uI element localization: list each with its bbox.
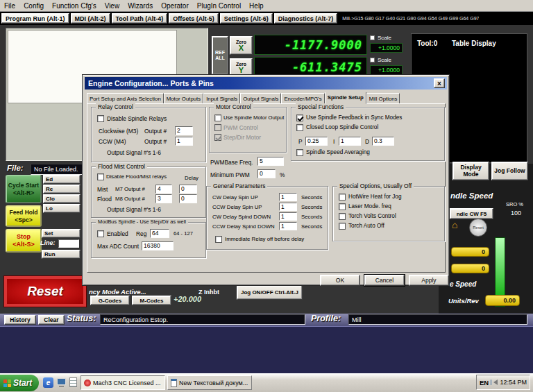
file-label: File:: [7, 164, 24, 172]
dialog-tab-motor-outputs[interactable]: Motor Outputs: [164, 93, 203, 104]
mist-output-field[interactable]: 4: [155, 185, 172, 194]
minimum-pwm-field[interactable]: 0: [257, 169, 276, 178]
tab-mdi[interactable]: MDI (Alt-2): [71, 13, 110, 24]
ref-all-button[interactable]: REF ALL: [212, 36, 228, 75]
dialog-tab-port-setup[interactable]: Port Setup and Axis Selection: [87, 93, 164, 104]
torch-auto-checkbox[interactable]: [339, 223, 346, 230]
tab-diagnostics[interactable]: Diagnostics (Alt-7): [274, 13, 338, 24]
home-icon[interactable]: ⌂: [452, 220, 457, 230]
flood-output-field[interactable]: 3: [155, 194, 172, 203]
close-gcode-button[interactable]: Clo: [43, 194, 81, 203]
zero-x-button[interactable]: Zero X: [230, 36, 253, 55]
cw-delay-down-field[interactable]: 1: [279, 212, 297, 221]
mcodes-button[interactable]: M-Codes: [132, 296, 171, 305]
ccw-delay-down-field[interactable]: 1: [279, 222, 297, 230]
tray-clock[interactable]: 12:54 PM: [500, 379, 527, 386]
cancel-button[interactable]: Cancel: [364, 275, 405, 286]
dialog-close-icon[interactable]: ×: [434, 78, 445, 88]
profile-label: Profile:: [311, 314, 341, 323]
display-mode-button[interactable]: Display Mode: [452, 162, 489, 180]
menu-wizards[interactable]: Wizards: [124, 1, 157, 10]
modbus-enabled-checkbox[interactable]: [97, 230, 104, 237]
edit-gcode-button[interactable]: Ed: [43, 175, 81, 184]
run-from-here-button[interactable]: Run: [42, 250, 81, 259]
menu-config[interactable]: Config: [19, 1, 48, 10]
disable-spindle-relays-checkbox[interactable]: [97, 115, 104, 122]
start-label: Start: [13, 378, 32, 388]
spindle-averaging-checkbox[interactable]: [296, 149, 303, 156]
hotwire-checkbox[interactable]: [339, 194, 346, 201]
use-spindle-motor-output-checkbox[interactable]: [214, 114, 221, 121]
load-gcode-button[interactable]: Lo: [43, 204, 81, 213]
recent-file-button[interactable]: Re: [43, 185, 81, 194]
history-button[interactable]: History: [4, 315, 36, 325]
cycle-start-button[interactable]: Cycle Start <Alt-R>: [6, 175, 42, 203]
step-dir-motor-checkbox[interactable]: [214, 134, 221, 141]
immediate-relay-off-checkbox[interactable]: [215, 236, 222, 243]
jog-onoff-button[interactable]: Jog ON/OFF Ctrl-Alt-J: [237, 285, 303, 300]
dialog-tab-input-signals[interactable]: Input Signals: [203, 93, 240, 104]
profile-field: Mill: [348, 314, 527, 325]
quicklaunch-desktop-icon[interactable]: [56, 377, 67, 388]
menu-function-cfgs[interactable]: Function Cfg's: [48, 1, 101, 10]
dialog-tab-encoder-mpgs[interactable]: Encoder/MPG's: [281, 93, 324, 104]
line-field[interactable]: [58, 239, 79, 248]
quicklaunch-ie-icon[interactable]: e: [43, 377, 53, 388]
dialog-titlebar[interactable]: Engine Configuration... Ports & Pins ×: [85, 77, 447, 90]
torch-auto-label: Torch Auto Off: [348, 223, 384, 229]
tray-network-icon[interactable]: [491, 380, 491, 385]
flood-delay-field[interactable]: 0: [179, 194, 197, 203]
pid-i-field[interactable]: 1: [339, 137, 361, 146]
laser-mode-checkbox[interactable]: [339, 203, 346, 210]
minimum-pwm-label: Minimum PWM: [210, 171, 250, 178]
set-next-line-button[interactable]: Set: [42, 229, 81, 238]
table-display-button[interactable]: Table Display: [452, 40, 496, 47]
menu-view[interactable]: View: [101, 1, 124, 10]
disable-flood-mist-checkbox[interactable]: [97, 173, 104, 180]
dialog-tab-mill-options[interactable]: Mill Options: [366, 93, 400, 104]
cw-output-field[interactable]: 2: [175, 126, 193, 135]
start-button[interactable]: Start: [0, 375, 39, 391]
menu-help[interactable]: Help: [245, 1, 268, 10]
gcodes-button[interactable]: G-Codes: [90, 296, 130, 305]
tab-offsets[interactable]: Offsets (Alt-5): [169, 13, 219, 24]
x-axis-dro[interactable]: -1177.9000: [254, 35, 367, 55]
mist-delay-field[interactable]: 0: [179, 185, 197, 194]
stop-button[interactable]: Stop <Alt-S>: [6, 229, 42, 253]
tray-language-indicator[interactable]: EN: [480, 379, 489, 386]
menu-plugin-control[interactable]: PlugIn Control: [193, 1, 245, 10]
spindle-cw-button[interactable]: ndle CW F5: [450, 208, 493, 219]
x-scale-value[interactable]: +1.0000: [370, 43, 403, 53]
tab-settings[interactable]: Settings (Alt-6): [220, 13, 273, 24]
spindle-feedback-checkbox[interactable]: [296, 114, 303, 121]
menu-operator[interactable]: Operator: [157, 1, 192, 10]
torch-volts-checkbox[interactable]: [339, 213, 346, 220]
pid-d-field[interactable]: 0.3: [372, 137, 394, 146]
ccw-output-field[interactable]: 1: [175, 137, 193, 146]
cw-delay-up-field[interactable]: 1: [279, 193, 297, 201]
reset-button[interactable]: Reset: [4, 276, 86, 307]
tab-program-run[interactable]: Program Run (Alt-1): [1, 13, 69, 24]
pwmbase-freq-field[interactable]: 5: [257, 157, 284, 166]
y-scale-value[interactable]: +1.0000: [370, 65, 403, 75]
ccw-delay-up-field[interactable]: 1: [279, 203, 297, 211]
tray-volume-icon[interactable]: [493, 380, 498, 385]
dialog-tab-spindle-setup[interactable]: Spindle Setup: [325, 92, 366, 104]
menu-file[interactable]: File: [0, 1, 19, 10]
tab-tool-path[interactable]: Tool Path (Alt-4): [112, 13, 168, 24]
taskbar-task-mach3[interactable]: Mach3 CNC Licensed ...: [81, 375, 165, 390]
feed-hold-button[interactable]: Feed Hold <Spc>: [6, 205, 42, 227]
closed-loop-checkbox[interactable]: [296, 124, 303, 131]
pid-p-field[interactable]: 0.25: [305, 137, 328, 146]
apply-button[interactable]: Apply: [409, 275, 449, 286]
dialog-tab-output-signals[interactable]: Output Signals: [240, 93, 281, 104]
spindle-reset-dial[interactable]: Reset: [469, 219, 487, 237]
jog-follow-button[interactable]: Jog Follow: [491, 162, 528, 180]
quicklaunch-document-icon[interactable]: [69, 377, 77, 387]
max-adc-field[interactable]: 16380: [142, 241, 174, 250]
pwm-control-checkbox[interactable]: [214, 124, 221, 131]
taskbar-task-notepad[interactable]: New Текстовый докум...: [167, 375, 252, 390]
clear-button[interactable]: Clear: [38, 315, 65, 325]
ok-button[interactable]: OK: [320, 275, 360, 286]
modbus-reg-field[interactable]: 64: [150, 229, 169, 238]
